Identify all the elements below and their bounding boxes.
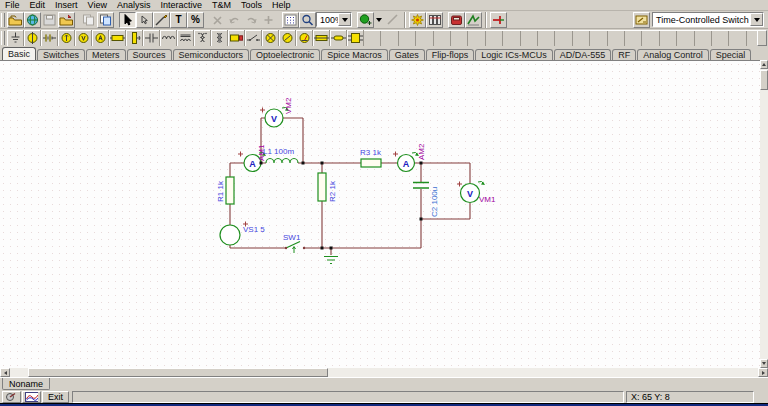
percent-tool-button[interactable]: %: [187, 12, 204, 28]
open-web-button[interactable]: [24, 12, 41, 28]
probe-tool-button[interactable]: [384, 12, 401, 28]
capacitor-button[interactable]: [143, 30, 160, 46]
vertical-scroll-thumb[interactable]: [760, 70, 768, 90]
menu-interactive[interactable]: Interactive: [155, 0, 207, 10]
interactive-mode-dropdown[interactable]: [750, 13, 763, 26]
zoom-level-combobox[interactable]: 100%: [316, 12, 352, 27]
oscilloscope-button[interactable]: [426, 12, 443, 28]
undo-button[interactable]: [226, 12, 243, 28]
scroll-down-button[interactable]: [760, 359, 768, 368]
voltage-generator-button[interactable]: [75, 30, 92, 46]
text-tool-button[interactable]: T: [170, 12, 187, 28]
signal-analyzer-button[interactable]: [465, 12, 482, 28]
multimeter-button[interactable]: [448, 12, 465, 28]
open-button[interactable]: [7, 12, 24, 28]
delete-button[interactable]: [209, 12, 226, 28]
toolbar-end-button[interactable]: [757, 30, 767, 46]
tab-optoelectronic[interactable]: Optoelectronic: [250, 49, 320, 60]
component-c2-capacitor[interactable]: C2 100u: [413, 183, 439, 218]
component-vs1-voltage-source[interactable]: VS1 5: [220, 222, 265, 246]
menu-view[interactable]: View: [83, 0, 112, 10]
tab-switches[interactable]: Switches: [37, 49, 85, 60]
current-source-button[interactable]: [58, 30, 75, 46]
tab-special[interactable]: Special: [710, 49, 752, 60]
coupled-inductors-button[interactable]: [194, 30, 211, 46]
component-am1-ammeter[interactable]: A AM1: [238, 144, 266, 172]
tab-gates[interactable]: Gates: [389, 49, 425, 60]
redo-button[interactable]: [243, 12, 260, 28]
grid-toggle-button[interactable]: [282, 12, 299, 28]
tab-meters[interactable]: Meters: [86, 49, 126, 60]
ground-button[interactable]: [7, 30, 24, 46]
component-vm1-voltmeter[interactable]: V VM1: [457, 181, 496, 204]
current-generator-button[interactable]: [92, 30, 109, 46]
component-r1-resistor[interactable]: R1 1k: [216, 177, 234, 204]
paste-button[interactable]: [97, 12, 114, 28]
interactive-mode-combobox[interactable]: Time-Controlled Switch: [652, 12, 764, 27]
battery-button[interactable]: [41, 30, 58, 46]
menu-analysis[interactable]: Analysis: [112, 0, 156, 10]
diagram-window-button[interactable]: [22, 391, 41, 403]
horizontal-scroll-thumb[interactable]: [28, 368, 328, 377]
switch-button[interactable]: [245, 30, 262, 46]
relay-button[interactable]: [228, 30, 245, 46]
horizontal-scrollbar[interactable]: [0, 368, 768, 377]
motor-button[interactable]: [279, 30, 296, 46]
tab-sources[interactable]: Sources: [127, 49, 172, 60]
subcircuit-button[interactable]: [347, 30, 364, 46]
component-sw1-switch[interactable]: SW1: [283, 233, 305, 253]
move-button[interactable]: [260, 12, 277, 28]
menu-help[interactable]: Help: [267, 0, 296, 10]
tab-semiconductors[interactable]: Semiconductors: [173, 49, 250, 60]
ground-symbol[interactable]: [324, 257, 338, 264]
scroll-left-button[interactable]: [0, 368, 10, 377]
analysis-button[interactable]: [409, 12, 426, 28]
copy-button[interactable]: [80, 12, 97, 28]
component-r3-resistor[interactable]: R3 1k: [360, 148, 382, 167]
document-tab-noname[interactable]: Noname: [2, 378, 50, 390]
toolbar-drag-handle[interactable]: [1, 13, 5, 27]
zoom-tool-button[interactable]: [299, 12, 316, 28]
schematic-canvas[interactable]: V VM2 A AM1 L1 100m: [0, 60, 760, 368]
tab-rf[interactable]: RF: [612, 49, 636, 60]
dc-source-button[interactable]: [357, 12, 374, 28]
component-r2-resistor[interactable]: R2 1k: [318, 173, 337, 202]
component-l1-inductor[interactable]: L1 100m: [263, 147, 298, 163]
mode-icon-button[interactable]: [633, 12, 650, 28]
tab-ad-da-555[interactable]: AD/DA-555: [554, 49, 612, 60]
scroll-up-button[interactable]: [760, 60, 768, 69]
ideal-transformer-button[interactable]: [211, 30, 228, 46]
select-tool-button[interactable]: [119, 12, 136, 28]
transformer-button[interactable]: [177, 30, 194, 46]
wire-tool-button[interactable]: [153, 12, 170, 28]
menu-file[interactable]: File: [0, 0, 25, 10]
connector-button[interactable]: [330, 30, 347, 46]
folder-export-button[interactable]: [58, 12, 75, 28]
tab-flip-flops[interactable]: Flip-flops: [426, 49, 475, 60]
voltage-source-button[interactable]: [24, 30, 41, 46]
scroll-right-button[interactable]: [758, 368, 768, 377]
cursor-alt-tool-button[interactable]: [136, 12, 153, 28]
tab-spice-macros[interactable]: Spice Macros: [321, 49, 388, 60]
exit-button[interactable]: Exit: [42, 391, 69, 403]
toolbar-drag-handle[interactable]: [1, 31, 5, 45]
tab-analog-control[interactable]: Analog Control: [637, 49, 709, 60]
resistor-button[interactable]: [109, 30, 126, 46]
vertical-scrollbar[interactable]: [760, 60, 768, 368]
menu-tools[interactable]: Tools: [236, 0, 267, 10]
save-button[interactable]: [41, 12, 58, 28]
wires[interactable]: [230, 118, 470, 255]
zoom-level-dropdown[interactable]: [338, 13, 351, 26]
inductor-button[interactable]: [160, 30, 177, 46]
potentiometer-button[interactable]: [126, 30, 143, 46]
lamp-button[interactable]: [262, 30, 279, 46]
interactive-switch-button[interactable]: [490, 12, 507, 28]
menu-insert[interactable]: Insert: [50, 0, 83, 10]
fuse-button[interactable]: [313, 30, 330, 46]
component-vm2-voltmeter[interactable]: V VM2: [260, 97, 293, 127]
tab-logic-ics-mcus[interactable]: Logic ICs-MCUs: [475, 49, 553, 60]
meter-button[interactable]: [296, 30, 313, 46]
power-switch-button[interactable]: [2, 391, 21, 403]
tab-basic[interactable]: Basic: [2, 47, 36, 60]
menu-edit[interactable]: Edit: [25, 0, 51, 10]
